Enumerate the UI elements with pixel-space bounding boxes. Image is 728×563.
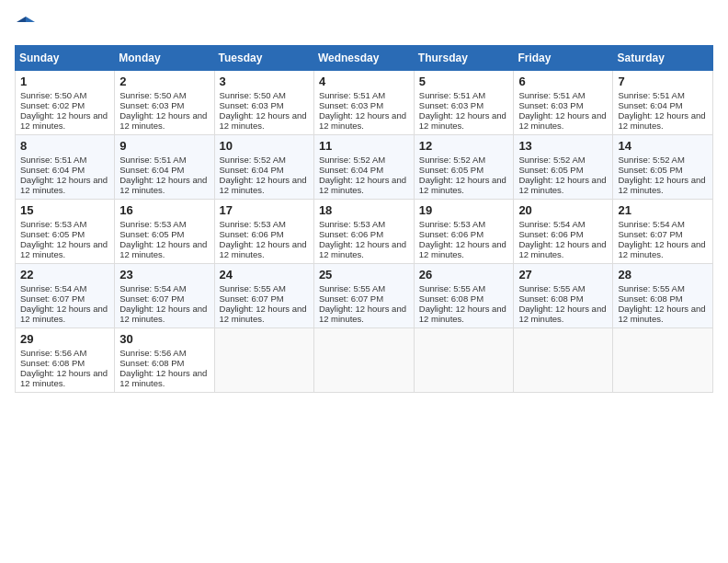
day-info: Daylight: 12 hours and 12 minutes.	[319, 110, 409, 131]
day-number: 24	[220, 268, 309, 282]
day-info: Sunset: 6:06 PM	[518, 229, 608, 239]
calendar-week-2: 8Sunrise: 5:51 AMSunset: 6:04 PMDaylight…	[16, 135, 713, 200]
calendar-day-18: 18Sunrise: 5:53 AMSunset: 6:06 PMDayligh…	[313, 200, 414, 264]
day-info: Daylight: 12 hours and 12 minutes.	[319, 304, 409, 324]
day-info: Sunset: 6:03 PM	[119, 100, 209, 110]
day-info: Daylight: 12 hours and 12 minutes.	[419, 175, 509, 195]
day-info: Sunrise: 5:53 AM	[220, 219, 309, 229]
calendar-day-1: 1Sunrise: 5:50 AMSunset: 6:02 PMDaylight…	[16, 71, 115, 135]
calendar-day-14: 14Sunrise: 5:52 AMSunset: 6:05 PMDayligh…	[613, 135, 713, 200]
day-info: Sunset: 6:03 PM	[419, 100, 509, 110]
day-info: Sunset: 6:07 PM	[220, 293, 309, 304]
calendar-day-16: 16Sunrise: 5:53 AMSunset: 6:05 PMDayligh…	[115, 200, 214, 264]
day-info: Daylight: 12 hours and 12 minutes.	[618, 175, 708, 195]
day-number: 29	[20, 332, 109, 346]
days-of-week-row: SundayMondayTuesdayWednesdayThursdayFrid…	[16, 46, 713, 71]
calendar-day-29: 29Sunrise: 5:56 AMSunset: 6:08 PMDayligh…	[16, 328, 115, 393]
day-info: Daylight: 12 hours and 12 minutes.	[618, 239, 708, 259]
day-number: 1	[20, 75, 109, 88]
day-info: Sunrise: 5:55 AM	[220, 283, 309, 293]
day-number: 30	[119, 332, 209, 346]
day-info: Sunset: 6:08 PM	[518, 293, 608, 304]
calendar-day-12: 12Sunrise: 5:52 AMSunset: 6:05 PMDayligh…	[414, 135, 514, 200]
day-info: Sunrise: 5:55 AM	[419, 283, 509, 293]
calendar-body: 1Sunrise: 5:50 AMSunset: 6:02 PMDaylight…	[16, 71, 713, 393]
day-info: Sunrise: 5:50 AM	[119, 90, 209, 100]
empty-cell	[414, 328, 514, 393]
day-number: 22	[20, 268, 109, 282]
calendar-day-25: 25Sunrise: 5:55 AMSunset: 6:07 PMDayligh…	[313, 264, 414, 328]
calendar-week-4: 22Sunrise: 5:54 AMSunset: 6:07 PMDayligh…	[16, 264, 713, 328]
day-info: Daylight: 12 hours and 12 minutes.	[618, 110, 708, 131]
day-number: 3	[220, 75, 309, 88]
day-info: Sunset: 6:05 PM	[119, 229, 209, 239]
day-info: Sunrise: 5:54 AM	[20, 283, 109, 293]
calendar-day-17: 17Sunrise: 5:53 AMSunset: 6:06 PMDayligh…	[214, 200, 313, 264]
day-info: Daylight: 12 hours and 12 minutes.	[518, 239, 608, 259]
day-number: 14	[618, 139, 708, 153]
day-info: Daylight: 12 hours and 12 minutes.	[419, 304, 509, 324]
day-number: 11	[319, 139, 409, 153]
day-header-thursday: Thursday	[414, 46, 514, 71]
empty-cell	[613, 328, 713, 393]
calendar-week-3: 15Sunrise: 5:53 AMSunset: 6:05 PMDayligh…	[16, 200, 713, 264]
day-info: Sunset: 6:04 PM	[319, 165, 409, 175]
day-header-wednesday: Wednesday	[313, 46, 414, 71]
day-info: Sunset: 6:08 PM	[419, 293, 509, 304]
day-number: 15	[20, 203, 109, 217]
day-info: Sunset: 6:04 PM	[618, 100, 708, 110]
calendar-day-5: 5Sunrise: 5:51 AMSunset: 6:03 PMDaylight…	[414, 71, 514, 135]
day-info: Sunrise: 5:51 AM	[20, 155, 109, 165]
calendar-day-19: 19Sunrise: 5:53 AMSunset: 6:06 PMDayligh…	[414, 200, 514, 264]
day-number: 26	[419, 268, 509, 282]
day-info: Sunrise: 5:53 AM	[20, 219, 109, 229]
calendar-day-20: 20Sunrise: 5:54 AMSunset: 6:06 PMDayligh…	[514, 200, 613, 264]
day-header-friday: Friday	[514, 46, 613, 71]
day-info: Sunrise: 5:55 AM	[319, 283, 409, 293]
day-info: Daylight: 12 hours and 12 minutes.	[20, 239, 109, 259]
day-info: Sunset: 6:03 PM	[518, 100, 608, 110]
calendar-day-28: 28Sunrise: 5:55 AMSunset: 6:08 PMDayligh…	[613, 264, 713, 328]
day-info: Sunrise: 5:52 AM	[618, 155, 708, 165]
day-info: Daylight: 12 hours and 12 minutes.	[518, 304, 608, 324]
day-info: Sunrise: 5:50 AM	[20, 90, 109, 100]
day-info: Daylight: 12 hours and 12 minutes.	[119, 368, 209, 388]
day-info: Daylight: 12 hours and 12 minutes.	[319, 239, 409, 259]
empty-cell	[313, 328, 414, 393]
day-info: Daylight: 12 hours and 12 minutes.	[119, 239, 209, 259]
day-number: 5	[419, 75, 509, 88]
day-info: Daylight: 12 hours and 12 minutes.	[119, 110, 209, 131]
day-info: Sunrise: 5:56 AM	[20, 348, 109, 358]
day-number: 21	[618, 203, 708, 217]
calendar-day-26: 26Sunrise: 5:55 AMSunset: 6:08 PMDayligh…	[414, 264, 514, 328]
day-number: 7	[618, 75, 708, 88]
logo-wordmark	[15, 15, 35, 38]
calendar-table: SundayMondayTuesdayWednesdayThursdayFrid…	[15, 45, 713, 393]
day-number: 19	[419, 203, 509, 217]
day-number: 25	[319, 268, 409, 282]
day-number: 23	[119, 268, 209, 282]
day-info: Sunset: 6:06 PM	[319, 229, 409, 239]
day-info: Daylight: 12 hours and 12 minutes.	[20, 304, 109, 324]
day-info: Sunrise: 5:52 AM	[319, 155, 409, 165]
day-info: Sunset: 6:05 PM	[20, 229, 109, 239]
day-info: Daylight: 12 hours and 12 minutes.	[220, 175, 309, 195]
day-info: Daylight: 12 hours and 12 minutes.	[518, 175, 608, 195]
day-info: Sunrise: 5:54 AM	[618, 219, 708, 229]
day-info: Sunset: 6:07 PM	[20, 293, 109, 304]
day-number: 13	[518, 139, 608, 153]
day-info: Sunrise: 5:51 AM	[618, 90, 708, 100]
day-info: Daylight: 12 hours and 12 minutes.	[618, 304, 708, 324]
day-info: Sunset: 6:04 PM	[220, 165, 309, 175]
day-number: 20	[518, 203, 608, 217]
calendar-day-8: 8Sunrise: 5:51 AMSunset: 6:04 PMDaylight…	[16, 135, 115, 200]
day-number: 2	[119, 75, 209, 88]
day-info: Daylight: 12 hours and 12 minutes.	[220, 304, 309, 324]
day-info: Sunset: 6:05 PM	[518, 165, 608, 175]
day-header-sunday: Sunday	[16, 46, 115, 71]
day-info: Sunrise: 5:51 AM	[319, 90, 409, 100]
calendar-day-10: 10Sunrise: 5:52 AMSunset: 6:04 PMDayligh…	[214, 135, 313, 200]
svg-marker-0	[26, 17, 35, 22]
logo-bird-icon	[17, 15, 35, 33]
empty-cell	[514, 328, 613, 393]
